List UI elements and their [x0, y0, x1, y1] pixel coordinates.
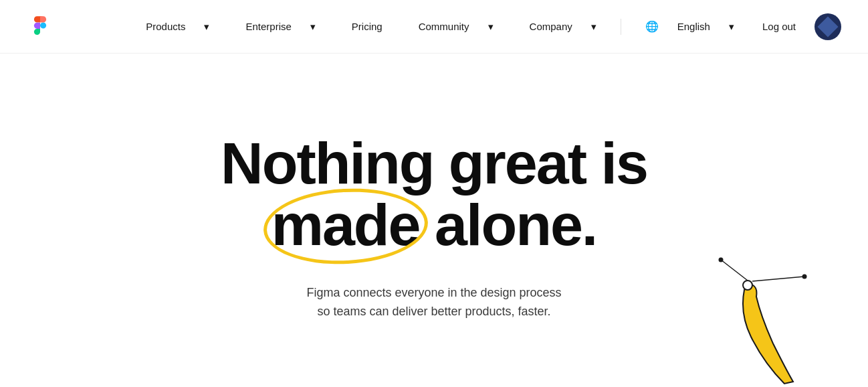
pen-decoration	[681, 253, 815, 387]
language-chevron-icon: ▾	[721, 15, 742, 38]
hero-section: Nothing great is made alone. Figma conne…	[0, 54, 868, 387]
svg-line-2	[752, 277, 804, 281]
nav-products[interactable]: Products ▾	[130, 10, 225, 44]
svg-point-4	[719, 258, 724, 262]
svg-point-3	[802, 275, 807, 279]
hero-headline: Nothing great is made alone.	[221, 133, 647, 256]
hero-subtext: Figma connects everyone in the design pr…	[306, 283, 561, 322]
nav-enterprise[interactable]: Enterprise ▾	[229, 10, 331, 44]
svg-line-1	[721, 260, 748, 281]
nav-pricing[interactable]: Pricing	[336, 10, 399, 43]
logout-button[interactable]: Log out	[754, 15, 804, 37]
made-highlight: made	[272, 194, 420, 256]
svg-point-0	[743, 281, 752, 290]
nav-community[interactable]: Community ▾	[403, 10, 510, 44]
language-icon: 🌐	[637, 15, 667, 38]
enterprise-chevron-icon: ▾	[302, 15, 324, 38]
products-chevron-icon: ▾	[196, 15, 217, 38]
community-chevron-icon: ▾	[480, 15, 502, 38]
company-chevron-icon: ▾	[583, 15, 605, 38]
navbar: Products ▾ Enterprise ▾ Pricing Communit…	[0, 0, 868, 54]
user-avatar[interactable]	[815, 13, 841, 40]
nav-language[interactable]: 🌐 English ▾	[629, 9, 750, 44]
logo[interactable]	[27, 12, 53, 42]
nav-divider-1	[621, 19, 621, 35]
nav-company[interactable]: Company ▾	[514, 10, 613, 44]
